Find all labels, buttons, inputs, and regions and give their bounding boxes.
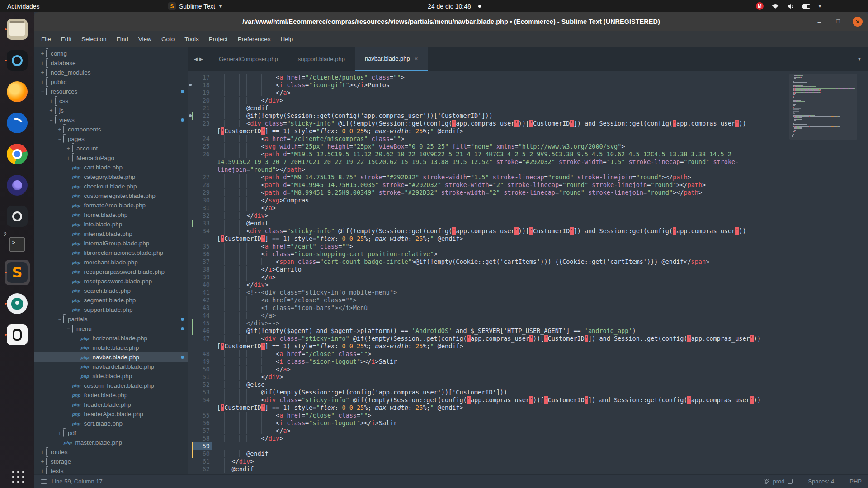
tree-item-checkout.blade.php[interactable]: phpcheckout.blade.php <box>34 182 188 191</box>
code-line-19[interactable]: 19</a> <box>188 89 868 97</box>
code-line-59[interactable]: 59 <box>188 442 868 450</box>
tab-scroll-arrows[interactable]: ◀▶ <box>188 47 209 71</box>
tree-item-support.blade.php[interactable]: phpsupport.blade.php <box>34 305 188 314</box>
code-line-35[interactable]: 35<a href="/cart" class=""> <box>188 243 868 250</box>
code-line-50[interactable]: 50</a> <box>188 366 868 373</box>
code-line-60[interactable]: 60@endif <box>188 450 868 458</box>
tree-item-resetpassword.blade.php[interactable]: phpresetpassword.blade.php <box>34 277 188 286</box>
code-line-30[interactable]: 30</svg>Compras <box>188 197 868 204</box>
code-line-58[interactable]: 58</div> <box>188 435 868 442</box>
collapse-icon[interactable]: − <box>56 136 63 142</box>
collapse-icon[interactable]: − <box>39 89 46 95</box>
code-line-62[interactable]: 62@endif <box>188 465 868 473</box>
app-indicator-menu[interactable]: S Sublime Text ▼ <box>168 2 222 10</box>
expand-icon[interactable]: + <box>39 459 46 465</box>
tree-item-sort.blade.php[interactable]: phpsort.blade.php <box>34 419 188 428</box>
tree-item-resources[interactable]: −resources <box>34 87 188 96</box>
code-line-52[interactable]: 52@else <box>188 381 868 389</box>
tree-item-custom_header.blade.php[interactable]: phpcustom_header.blade.php <box>34 381 188 390</box>
remote-app-dock-icon[interactable] <box>5 48 30 73</box>
syntax-setting[interactable]: PHP <box>849 478 862 485</box>
clock-menu[interactable]: 24 de dic 10:48 <box>428 3 481 10</box>
tree-item-horizontal.blade.php[interactable]: phphorizontal.blade.php <box>34 333 188 343</box>
tree-item-navbar.blade.php[interactable]: phpnavbar.blade.php <box>34 352 188 362</box>
tree-item-category.blade.php[interactable]: phpcategory.blade.php <box>34 172 188 182</box>
tree-item-css[interactable]: +css <box>34 96 188 106</box>
code-line-42[interactable]: 42<a href="/close" class=""> <box>188 296 868 304</box>
indentation-setting[interactable]: Spaces: 4 <box>808 478 834 485</box>
mega-tray-icon[interactable]: M <box>756 2 764 10</box>
menu-help[interactable]: Help <box>276 36 298 42</box>
tree-item-components[interactable]: +components <box>34 125 188 134</box>
code-line-37[interactable]: 37<span class="cart-count badge-circle">… <box>188 258 868 266</box>
code-line-18[interactable]: 18<i class="icon-gift"></i>Puntos <box>188 81 868 89</box>
code-line-41[interactable]: 41<!--<div class="sticky-info mobile-men… <box>188 289 868 296</box>
tree-item-info.blade.php[interactable]: phpinfo.blade.php <box>34 220 188 229</box>
menu-tools[interactable]: Tools <box>179 36 204 42</box>
files-dock-icon[interactable] <box>5 17 30 42</box>
code-line-47[interactable]: 47<div class="sticky-info" @if(!empty(Se… <box>188 335 868 350</box>
activities-button[interactable]: Actividades <box>0 3 47 10</box>
tree-item-recuperarpassword.blade.php[interactable]: phprecuperarpassword.blade.php <box>34 267 188 277</box>
tree-item-master.blade.php[interactable]: phpmaster.blade.php <box>34 438 188 447</box>
chrome-dock-icon[interactable] <box>5 141 30 167</box>
expand-icon[interactable]: + <box>39 70 46 76</box>
maximize-icon[interactable]: ❐ <box>834 19 843 25</box>
menu-find[interactable]: Find <box>112 36 133 42</box>
browser-app-dock-icon[interactable] <box>5 173 30 198</box>
system-tray[interactable]: M ▼ <box>756 2 822 10</box>
tree-item-js[interactable]: +js <box>34 106 188 115</box>
code-line-44[interactable]: 44</a> <box>188 312 868 319</box>
tree-item-account[interactable]: +account <box>34 144 188 153</box>
expand-icon[interactable]: + <box>65 145 72 152</box>
code-line-20[interactable]: 20</div> <box>188 97 868 104</box>
tree-item-header.blade.php[interactable]: phpheader.blade.php <box>34 400 188 409</box>
code-line-56[interactable]: 56<i class="sicon-logout"></i>Salir <box>188 419 868 427</box>
code-line-26[interactable]: 26<path d="M19.5 12.5C19.5 11.12 20.62 1… <box>188 150 868 174</box>
expand-icon[interactable]: + <box>39 51 46 57</box>
menu-goto[interactable]: Goto <box>156 36 179 42</box>
expand-icon[interactable]: + <box>65 155 72 161</box>
code-line-53[interactable]: 53@if(!empty(Session::get(config('app.co… <box>188 389 868 396</box>
code-line-45[interactable]: 45</div>--> <box>188 319 868 327</box>
git-branch-status[interactable]: prod <box>764 478 793 485</box>
camera-app-dock-icon[interactable] <box>5 204 30 229</box>
expand-icon[interactable]: + <box>39 79 46 85</box>
tree-item-mobile.blade.php[interactable]: phpmobile.blade.php <box>34 343 188 352</box>
show-applications-grid-icon[interactable] <box>10 469 24 483</box>
tree-item-side.blade.php[interactable]: phpside.blade.php <box>34 371 188 381</box>
file-tree-sidebar[interactable]: +config+database+node_modules+public−res… <box>34 47 188 474</box>
tree-item-customeregister.blade.php[interactable]: phpcustomeregister.blade.php <box>34 191 188 201</box>
expand-icon[interactable]: + <box>47 108 55 114</box>
menu-file[interactable]: File <box>36 36 56 42</box>
code-line-22[interactable]: 22@if(!empty(Session::get(config('app.co… <box>188 112 868 120</box>
tab-support.blade.php[interactable]: support.blade.php <box>288 47 355 71</box>
code-line-17[interactable]: 17<a href="/cliente/puntos" class=""> <box>188 74 868 81</box>
tree-item-pages[interactable]: −pages <box>34 134 188 144</box>
menu-preferences[interactable]: Preferences <box>233 36 276 42</box>
code-line-32[interactable]: 32</div> <box>188 212 868 220</box>
expand-icon[interactable]: + <box>47 98 55 104</box>
code-line-29[interactable]: 29<path d="M8.99451 9.25H9.00349" stroke… <box>188 189 868 197</box>
code-view[interactable]: 17<a href="/cliente/puntos" class="">18<… <box>188 71 868 474</box>
code-line-40[interactable]: 40</div> <box>188 281 868 289</box>
code-line-36[interactable]: 36<i class="icon-shopping-cart position-… <box>188 250 868 258</box>
tree-item-pdf[interactable]: +pdf <box>34 428 188 438</box>
collapse-icon[interactable]: − <box>47 117 55 123</box>
firefox-dock-icon[interactable] <box>5 79 30 104</box>
tree-item-tests[interactable]: +tests <box>34 466 188 474</box>
minimize-icon[interactable]: – <box>815 19 824 25</box>
expand-icon[interactable]: + <box>39 468 46 474</box>
tree-item-formatoArco.blade.php[interactable]: phpformatoArco.blade.php <box>34 201 188 210</box>
close-icon[interactable]: ✕ <box>853 17 863 27</box>
code-line-38[interactable]: 38</i>Carrito <box>188 266 868 273</box>
tab-GeneralComposer.php[interactable]: GeneralComposer.php <box>209 47 288 71</box>
tree-item-internal.blade.php[interactable]: phpinternal.blade.php <box>34 229 188 239</box>
tab-close-icon[interactable]: × <box>415 55 418 62</box>
code-line-21[interactable]: 21@endif <box>188 104 868 112</box>
tree-item-cart.blade.php[interactable]: phpcart.blade.php <box>34 163 188 172</box>
code-line-61[interactable]: 61</div> <box>188 458 868 465</box>
tree-item-database[interactable]: +database <box>34 58 188 68</box>
tree-item-storage[interactable]: +storage <box>34 457 188 466</box>
tree-item-segment.blade.php[interactable]: phpsegment.blade.php <box>34 296 188 305</box>
